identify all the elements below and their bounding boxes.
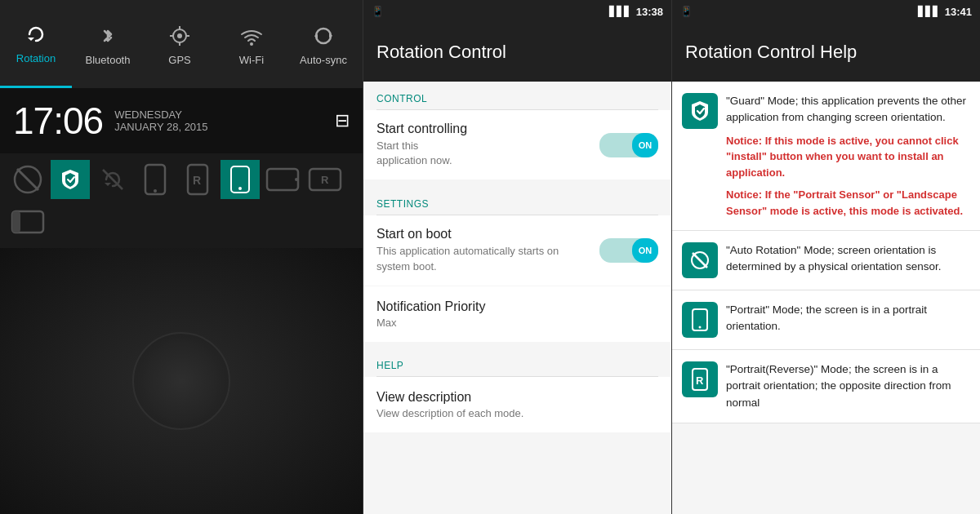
portrait-reverse-help-item: R "Portrait(Reverse)" Mode; the screen i… xyxy=(672,350,980,423)
portrait-main-text: "Portrait" Mode; the screen is in a port… xyxy=(726,302,970,335)
help-app-header: Rotation Control Help xyxy=(672,23,980,82)
portrait-r-btn[interactable]: R xyxy=(178,160,217,199)
auto-rotation-icon xyxy=(96,163,129,196)
help-content[interactable]: "Guard" Mode; this application prevents … xyxy=(672,82,980,514)
notification-priority-item[interactable]: Notification Priority Max xyxy=(363,286,671,342)
time-bar: 17:06 WEDNESDAY JANUARY 28, 2015 ⊟ xyxy=(0,88,363,153)
landscape-icon xyxy=(265,167,300,192)
svg-rect-22 xyxy=(267,169,298,190)
svg-text:R: R xyxy=(696,374,704,387)
status-time-3: 13:41 xyxy=(945,6,972,18)
wallpaper-circle xyxy=(132,332,230,430)
mixer-icon[interactable]: ⊟ xyxy=(335,110,350,131)
gap-2 xyxy=(363,342,671,348)
wallpaper xyxy=(0,248,363,514)
svg-point-33 xyxy=(699,326,702,329)
guard-help-icon xyxy=(688,100,711,122)
view-description-subtitle: View description of each mode. xyxy=(376,407,658,419)
date-display: WEDNESDAY JANUARY 28, 2015 xyxy=(114,109,207,133)
portrait-active-btn[interactable] xyxy=(220,160,260,199)
rotation-icon xyxy=(23,21,49,47)
portrait-help-icon xyxy=(691,308,709,331)
qs-bluetooth[interactable]: Bluetooth xyxy=(72,0,144,88)
auto-rotation-help-icon xyxy=(688,249,711,272)
toggle-knob-2: ON xyxy=(632,238,658,263)
qs-rotation-label: Rotation xyxy=(16,52,56,64)
autosync-icon xyxy=(310,23,336,49)
start-controlling-item[interactable]: Start controlling Start thisapplication … xyxy=(363,110,671,179)
start-controlling-info: Start controlling Start thisapplication … xyxy=(376,122,591,168)
rotation-locked-icon xyxy=(11,163,44,196)
day-of-week: WEDNESDAY xyxy=(114,109,207,121)
status-bar-3: 📱 ▋▋▋ 13:41 xyxy=(672,0,980,23)
svg-text:R: R xyxy=(193,174,201,187)
landscape-2-icon xyxy=(11,210,45,234)
qs-rotation[interactable]: Rotation xyxy=(0,0,72,88)
status-left-3: 📱 xyxy=(680,6,693,17)
svg-point-23 xyxy=(295,178,298,181)
qs-wifi-label: Wi-Fi xyxy=(239,54,264,66)
portrait-btn[interactable] xyxy=(136,160,175,199)
landscape-r-btn[interactable]: R xyxy=(305,160,345,199)
notification-priority-value: Max xyxy=(376,317,658,329)
auto-rotation-btn[interactable] xyxy=(93,160,132,199)
svg-point-21 xyxy=(238,187,242,190)
portrait-r-icon-box: R xyxy=(682,361,718,397)
signal-icon-3: ▋▋▋ xyxy=(918,6,940,17)
auto-rotation-main-text: "Auto Rotation" Mode; screen orientation… xyxy=(726,242,970,276)
portrait-active-icon xyxy=(229,166,251,193)
guard-mode-notice1: Notice: If this mode is active, you cann… xyxy=(726,133,970,181)
settings-title: Rotation Control xyxy=(376,42,506,63)
landscape-2-btn[interactable] xyxy=(8,202,47,241)
start-controlling-title: Start controlling xyxy=(376,122,591,136)
app-icons-row: R R xyxy=(0,153,363,248)
settings-section-header: SETTINGS xyxy=(363,187,671,215)
qs-gps-label: GPS xyxy=(168,54,190,66)
view-description-item[interactable]: View description View description of eac… xyxy=(363,377,671,432)
landscape-btn[interactable] xyxy=(263,160,302,199)
auto-rotation-help-item: "Auto Rotation" Mode; screen orientation… xyxy=(672,231,980,290)
qs-wifi[interactable]: Wi-Fi xyxy=(216,0,287,88)
portrait-r-main-text: "Portrait(Reverse)" Mode; the screen is … xyxy=(726,361,970,411)
android-panel: Rotation Bluetooth GPS xyxy=(0,0,363,514)
rotation-locked-btn[interactable] xyxy=(8,160,47,199)
phone-icon-3: 📱 xyxy=(680,6,693,17)
svg-marker-0 xyxy=(28,38,34,41)
qs-gps[interactable]: GPS xyxy=(144,0,216,88)
portrait-r-text-block: "Portrait(Reverse)" Mode; the screen is … xyxy=(726,361,970,411)
auto-rotation-text-block: "Auto Rotation" Mode; screen orientation… xyxy=(726,242,970,276)
settings-panel: 📱 ▋▋▋ 13:38 Rotation Control CONTROL Sta… xyxy=(363,0,671,514)
toggle-on-label-1: ON xyxy=(639,140,653,150)
qs-bluetooth-label: Bluetooth xyxy=(86,54,131,66)
status-bar-2: 📱 ▋▋▋ 13:38 xyxy=(363,0,671,23)
status-right-3: ▋▋▋ 13:41 xyxy=(918,6,972,18)
guard-mode-btn[interactable] xyxy=(51,160,90,199)
portrait-icon xyxy=(142,163,168,196)
qs-autosync[interactable]: Auto-sync xyxy=(287,0,359,88)
status-right: ▋▋▋ 13:38 xyxy=(609,6,663,18)
toggle-on-label-2: ON xyxy=(639,246,653,255)
clock-display: 17:06 xyxy=(13,99,103,143)
shield-icon xyxy=(59,168,82,191)
start-on-boot-toggle[interactable]: ON xyxy=(599,238,658,263)
portrait-help-item: "Portrait" Mode; the screen is in a port… xyxy=(672,290,980,350)
settings-content[interactable]: CONTROL Start controlling Start thisappl… xyxy=(363,82,671,514)
svg-marker-14 xyxy=(105,183,111,186)
start-controlling-toggle[interactable]: ON xyxy=(599,133,658,157)
help-panel: 📱 ▋▋▋ 13:41 Rotation Control Help "Guard… xyxy=(671,0,980,514)
gps-icon xyxy=(167,23,193,49)
guard-icon-box xyxy=(682,93,718,129)
portrait-icon-box xyxy=(682,302,718,338)
phone-icon: 📱 xyxy=(372,6,384,17)
bluetooth-icon xyxy=(95,23,121,49)
svg-point-2 xyxy=(177,33,182,38)
help-title: Rotation Control Help xyxy=(685,42,857,63)
wifi-icon xyxy=(238,23,265,49)
start-on-boot-subtitle: This application automatically starts on… xyxy=(376,244,591,273)
start-on-boot-item[interactable]: Start on boot This application automatic… xyxy=(363,215,671,285)
status-left: 📱 xyxy=(372,6,384,17)
toggle-knob-1: ON xyxy=(632,133,658,157)
qs-autosync-label: Auto-sync xyxy=(300,54,347,66)
guard-mode-main-text: "Guard" Mode; this application prevents … xyxy=(726,93,970,126)
auto-rotation-icon-box xyxy=(682,242,718,278)
